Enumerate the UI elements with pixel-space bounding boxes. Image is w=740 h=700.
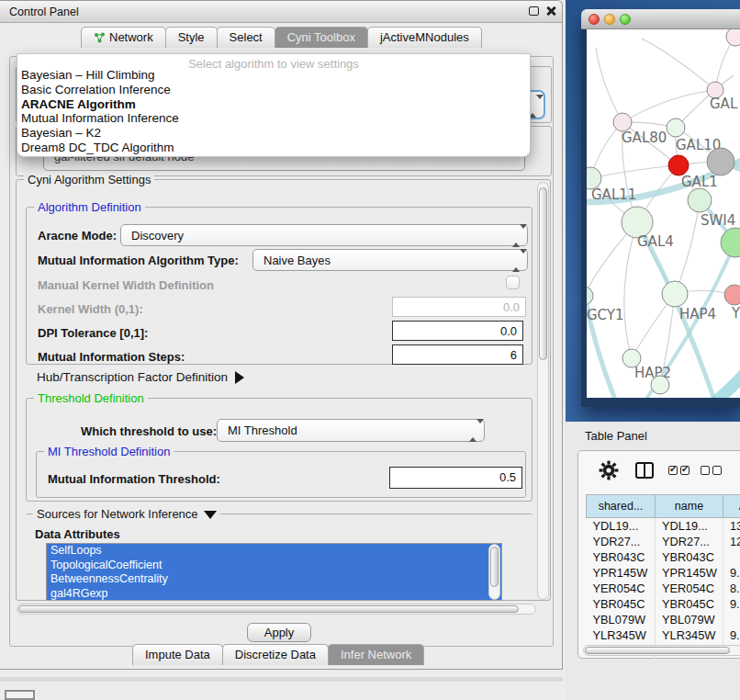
hub-factor-toggle[interactable]: Hub/Transcription Factor Definition (37, 370, 244, 384)
deselect-all-icon-2[interactable] (712, 466, 722, 475)
dropdown-item[interactable]: Bayesian – K2 (17, 126, 530, 141)
tab-style[interactable]: Style (165, 27, 218, 48)
tab-jactivemnodules[interactable]: jActiveMNodules (367, 27, 482, 48)
scrollbar-thumb[interactable] (539, 187, 547, 360)
settings-vertical-scrollbar[interactable] (537, 182, 549, 600)
table-cell: YBR045C (587, 596, 656, 612)
attribute-list-item[interactable]: SelfLoops (47, 544, 501, 559)
attributes-list-scrollbar[interactable] (488, 544, 500, 600)
network-edge[interactable] (622, 90, 715, 122)
tab-jactivemnodules-label: jActiveMNodules (380, 30, 469, 44)
select-all-check-icon[interactable] (668, 466, 678, 475)
settings-horizontal-scrollbar[interactable] (17, 604, 536, 615)
attribute-list-item[interactable]: BetweennessCentrality (47, 572, 501, 587)
network-edge[interactable] (642, 39, 715, 90)
dpi-tolerance-field[interactable]: 0.0 (392, 321, 523, 341)
table-row[interactable]: YPR145WYPR145W9. (587, 565, 740, 581)
table-row[interactable]: YDL19...YDL19...13 (587, 518, 740, 534)
network-node-gal80[interactable] (613, 113, 632, 131)
aracne-mode-label: Aracne Mode: (38, 229, 117, 243)
sources-title[interactable]: Sources for Network Inference (33, 507, 220, 521)
table-cell: YDL19... (656, 518, 723, 534)
mi-type-label: Mutual Information Algorithm Type: (38, 254, 239, 267)
network-window-titlebar[interactable] (581, 9, 740, 29)
network-canvas[interactable]: GALGAL80GAL10GAL1GAL11SWI4GAL4GCY1HAP4YH… (587, 29, 740, 398)
combo-spinner-icon (512, 254, 521, 267)
table-panel-box: shared...nameA YDL19...YDL19...13YDR27..… (577, 450, 740, 659)
mi-steps-field[interactable]: 6 (392, 344, 523, 365)
network-node[interactable] (726, 29, 740, 46)
network-node[interactable] (707, 148, 734, 175)
tab-network[interactable]: Network (81, 27, 166, 48)
table-cell: YDL19... (587, 518, 656, 534)
network-node[interactable] (721, 228, 740, 257)
network-edge[interactable] (675, 200, 700, 294)
window-bottom-strip (0, 677, 563, 682)
table-cell: YBR045C (656, 596, 723, 612)
minimize-traffic-icon[interactable] (604, 14, 615, 25)
node-table[interactable]: shared...nameA YDL19...YDL19...13YDR27..… (586, 494, 740, 659)
close-icon[interactable] (545, 6, 556, 17)
table-row[interactable]: YBR043CYBR043C (587, 549, 740, 565)
manual-kernel-checkbox[interactable] (506, 276, 520, 289)
column-view-icon[interactable] (635, 462, 654, 479)
network-node-label: SWI4 (701, 212, 735, 229)
network-node-gal10[interactable] (667, 119, 685, 137)
data-attributes-list[interactable]: SelfLoopsTopologicalCoefficientBetweenne… (46, 543, 502, 601)
aracne-mode-combo[interactable]: Discovery (120, 224, 528, 246)
network-node-gcy1[interactable] (587, 287, 593, 305)
table-header[interactable]: shared...nameA (587, 495, 740, 518)
mi-steps-label: Mutual Information Steps: (38, 350, 185, 364)
table-column-header[interactable]: A (723, 495, 740, 518)
scrollbar-thumb[interactable] (585, 647, 730, 654)
network-edge[interactable] (587, 264, 628, 398)
which-threshold-label: Which threshold to use: (81, 424, 217, 438)
table-row[interactable]: YBR045CYBR045C9. (587, 596, 740, 612)
dropdown-item[interactable]: Basic Correlation Inference (17, 83, 530, 97)
mi-threshold-field[interactable]: 0.5 (389, 467, 522, 489)
hub-factor-label: Hub/Transcription Factor Definition (37, 370, 228, 384)
table-row[interactable]: YBL079WYBL079W (587, 612, 740, 627)
mi-type-combo[interactable]: Naive Bayes (252, 249, 528, 271)
table-cell: YER054C (587, 581, 656, 596)
tab-discretize-data-label: Discretize Data (235, 648, 316, 661)
network-node-y[interactable] (724, 285, 740, 305)
network-node[interactable] (651, 376, 669, 394)
gear-icon[interactable] (599, 460, 619, 480)
tab-discretize-data[interactable]: Discretize Data (222, 644, 329, 665)
which-threshold-combo[interactable]: MI Threshold (217, 419, 485, 442)
dropdown-item[interactable]: ARACNE Algorithm (17, 97, 530, 112)
aracne-mode-value: Discovery (131, 229, 184, 243)
network-node-swi4[interactable] (688, 188, 712, 212)
scrollbar-thumb[interactable] (18, 605, 519, 613)
network-node-gal1[interactable] (668, 155, 689, 175)
tab-impute-data[interactable]: Impute Data (132, 644, 223, 665)
table-row[interactable]: YER054CYER054C8. (587, 581, 740, 596)
partial-bottom-left-widget (5, 690, 35, 700)
dropdown-item[interactable]: Dream8 DC_TDC Algorithm (17, 141, 530, 155)
float-window-icon[interactable] (529, 6, 539, 16)
table-horizontal-scrollbar[interactable] (583, 645, 740, 656)
kernel-width-field[interactable]: 0.0 (392, 297, 526, 317)
network-edge[interactable] (624, 222, 637, 358)
dropdown-item[interactable]: Mutual Information Inference (17, 111, 530, 126)
apply-button[interactable]: Apply (247, 623, 311, 642)
close-traffic-icon[interactable] (589, 14, 600, 25)
table-row[interactable]: YLR345WYLR345W9. (587, 627, 740, 643)
zoom-traffic-icon[interactable] (620, 14, 631, 25)
network-node-hap4[interactable] (662, 281, 688, 307)
deselect-all-icon[interactable] (701, 466, 710, 475)
select-all-check-icon-2[interactable] (680, 466, 690, 475)
attribute-list-item[interactable]: TopologicalCoefficient (47, 559, 501, 573)
tab-select[interactable]: Select (217, 27, 275, 48)
network-edge[interactable] (596, 48, 622, 122)
tab-cyni-toolbox[interactable]: Cyni Toolbox (275, 27, 368, 48)
attribute-list-item[interactable]: gal4RGexp (47, 587, 501, 602)
table-column-header[interactable]: name (656, 495, 723, 518)
table-column-header[interactable]: shared... (587, 495, 656, 518)
scrollbar-thumb[interactable] (490, 547, 499, 587)
tab-infer-network[interactable]: Infer Network (328, 644, 424, 665)
table-row[interactable]: YDR27...YDR27...12 (587, 534, 740, 549)
network-edge[interactable] (590, 165, 678, 178)
sources-group: Sources for Network Inference Data Attri… (26, 514, 533, 601)
